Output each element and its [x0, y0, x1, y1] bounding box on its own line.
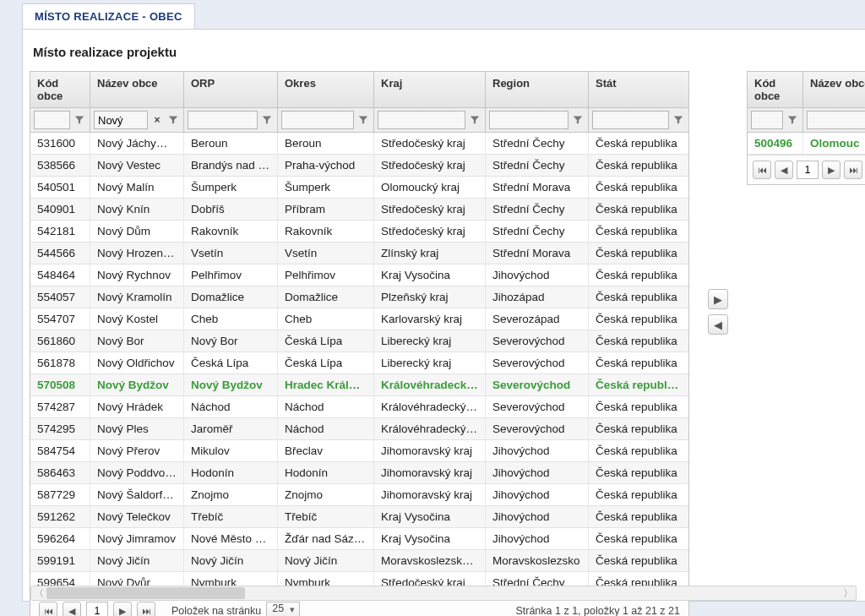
table-row[interactable]: 599191Nový JičínNový JičínNový JičínMora…	[30, 550, 688, 572]
cell-region: Jihovýchod	[486, 462, 589, 483]
cell-region: Jihovýchod	[486, 264, 589, 286]
move-right-button[interactable]: ▶	[708, 289, 728, 309]
col-header-region[interactable]: Region	[486, 72, 589, 107]
col-header-kod-obce[interactable]: Kód obce	[748, 72, 803, 107]
clear-filter-icon[interactable]: ×	[150, 112, 164, 128]
table-row[interactable]: 548464Nový RychnovPelhřimovPelhřimovKraj…	[30, 264, 688, 286]
filter-orp[interactable]	[188, 111, 258, 129]
funnel-icon[interactable]	[260, 112, 274, 128]
cell-stat: Česká republika	[589, 308, 688, 330]
table-row[interactable]: 591262Nový TelečkovTřebíčTřebíčKraj Vyso…	[30, 506, 688, 528]
cell-region: Střední Čechy	[486, 133, 589, 154]
cell-nazev: Nový Šaldorf-Sed…	[90, 484, 184, 505]
horizontal-scrollbar[interactable]: 〈 〉	[30, 586, 857, 601]
table-row[interactable]: 561860Nový BorNový BorČeská LípaLibereck…	[30, 330, 688, 352]
table-row[interactable]: 574295Nový PlesJaroměřNáchodKrálovéhrade…	[30, 418, 688, 440]
cell-okres: Třebíč	[278, 506, 374, 527]
filter-okres[interactable]	[281, 111, 354, 129]
cell-nazev: Nový Kramolín	[90, 286, 184, 308]
cell-stat: Česká republika	[589, 396, 688, 417]
table-row[interactable]: 531600Nový JáchymovBerounBerounStředočes…	[30, 133, 688, 155]
pager-next-icon[interactable]: ▶	[113, 602, 132, 616]
cell-orp: Nový Bydžov	[184, 374, 278, 395]
pager-page-input[interactable]	[86, 602, 108, 616]
funnel-icon[interactable]	[468, 112, 481, 128]
cell-orp: Vsetín	[184, 243, 278, 264]
pager-items-per-page-select[interactable]: 25	[266, 602, 300, 616]
scroll-thumb[interactable]	[46, 587, 245, 599]
cell-okres: Česká Lípa	[278, 330, 374, 352]
cell-stat: Česká republika	[589, 177, 688, 198]
filter-nazev-obce[interactable]	[807, 111, 865, 129]
col-header-kraj[interactable]: Kraj	[374, 72, 486, 107]
tab-misto-realizace-obec[interactable]: MÍSTO REALIZACE - OBEC	[22, 3, 195, 29]
filter-kraj[interactable]	[378, 111, 465, 129]
pager-first-icon[interactable]: ⏮	[753, 161, 771, 179]
cell-okres: Břeclav	[278, 440, 374, 461]
pager-selected: ⏮ ◀ ▶ ⏭ Položek n	[748, 155, 865, 184]
pager-last-icon[interactable]: ⏭	[137, 602, 155, 616]
pager-first-icon[interactable]: ⏮	[39, 602, 57, 616]
pager-prev-icon[interactable]: ◀	[63, 602, 81, 616]
cell-region: Severovýchod	[486, 352, 589, 373]
table-row[interactable]: 540501Nový MalínŠumperkŠumperkOlomoucký …	[30, 177, 688, 199]
funnel-icon[interactable]	[571, 112, 585, 128]
cell-kraj: Kraj Vysočina	[374, 264, 486, 286]
cell-stat: Česká republika	[589, 506, 688, 527]
table-row[interactable]: 544566Nový HrozenkovVsetínVsetínZlínský …	[30, 243, 688, 264]
table-row[interactable]: 584754Nový PřerovMikulovBřeclavJihomorav…	[30, 440, 688, 462]
cell-okres: Příbram	[278, 199, 374, 220]
filter-kod-obce[interactable]	[34, 111, 70, 129]
table-row[interactable]: 554057Nový KramolínDomažliceDomažlicePlz…	[30, 286, 688, 308]
cell-kraj: Středočeský kraj	[374, 133, 486, 154]
cell-nazev: Nový Malín	[90, 177, 184, 198]
pager-next-icon[interactable]: ▶	[822, 161, 841, 179]
funnel-icon[interactable]	[73, 112, 86, 128]
cell-nazev: Nový Přerov	[90, 440, 184, 461]
pager-last-icon[interactable]: ⏭	[844, 161, 862, 179]
col-header-stat[interactable]: Stát	[589, 72, 688, 107]
funnel-icon[interactable]	[786, 112, 799, 128]
cell-nazev: Nový Rychnov	[90, 264, 184, 286]
table-row[interactable]: 538566Nový VestecBrandýs nad Lab…Praha-v…	[30, 155, 688, 177]
table-row[interactable]: 554707Nový KostelChebChebKarlovarský kra…	[30, 308, 688, 330]
table-row[interactable]: 542181Nový DůmRakovníkRakovníkStředočesk…	[30, 221, 688, 243]
cell-orp: Cheb	[184, 308, 278, 330]
cell-kraj: Kraj Vysočina	[374, 528, 486, 549]
cell-orp: Třebíč	[184, 506, 278, 527]
col-header-kod-obce[interactable]: Kód obce	[30, 72, 90, 107]
funnel-icon[interactable]	[356, 112, 370, 128]
cell-kod: 544566	[30, 243, 90, 264]
col-header-okres[interactable]: Okres	[278, 72, 374, 107]
pager-page-input[interactable]	[797, 161, 819, 179]
filter-region[interactable]	[489, 111, 569, 129]
scroll-right-icon[interactable]: 〉	[841, 586, 856, 600]
table-row[interactable]: 574287Nový HrádekNáchodNáchodKrálovéhrad…	[30, 396, 688, 418]
section-title: Místo realizace projektu	[23, 45, 865, 71]
table-row[interactable]: 540901Nový KnínDobříšPříbramStředočeský …	[30, 199, 688, 221]
funnel-icon[interactable]	[672, 112, 685, 128]
table-row[interactable]: 500496Olomouc	[748, 133, 865, 155]
filter-stat[interactable]	[592, 111, 669, 129]
funnel-icon[interactable]	[166, 112, 180, 128]
cell-orp: Jaroměř	[184, 418, 278, 439]
cell-stat: Česká republika	[589, 418, 688, 439]
move-left-button[interactable]: ◀	[708, 314, 728, 335]
cell-nazev: Nový Vestec	[90, 155, 184, 176]
filter-kod-obce[interactable]	[751, 111, 783, 129]
pager-prev-icon[interactable]: ◀	[775, 161, 793, 179]
table-row[interactable]: 561878Nový OldřichovČeská LípaČeská Lípa…	[30, 352, 688, 374]
filter-nazev-obce[interactable]	[94, 111, 148, 129]
cell-kraj: Středočeský kraj	[374, 221, 486, 242]
cell-nazev: Nový Dům	[90, 221, 184, 242]
scroll-left-icon[interactable]: 〈	[31, 586, 46, 600]
cell-kod: 540901	[30, 199, 90, 220]
col-header-orp[interactable]: ORP	[184, 72, 278, 107]
table-row[interactable]: 586463Nový PoddvorovHodonínHodonínJihomo…	[30, 462, 688, 484]
table-row[interactable]: 587729Nový Šaldorf-Sed…ZnojmoZnojmoJihom…	[30, 484, 688, 506]
table-row[interactable]: 570508Nový BydžovNový BydžovHradec Králo…	[30, 374, 688, 396]
col-header-nazev-obce[interactable]: Název obce	[803, 72, 865, 107]
table-row[interactable]: 596264Nový JimramovNové Město na M…Žďár …	[30, 528, 688, 550]
cell-orp: Domažlice	[184, 286, 278, 308]
col-header-nazev-obce[interactable]: Název obce	[90, 72, 184, 107]
